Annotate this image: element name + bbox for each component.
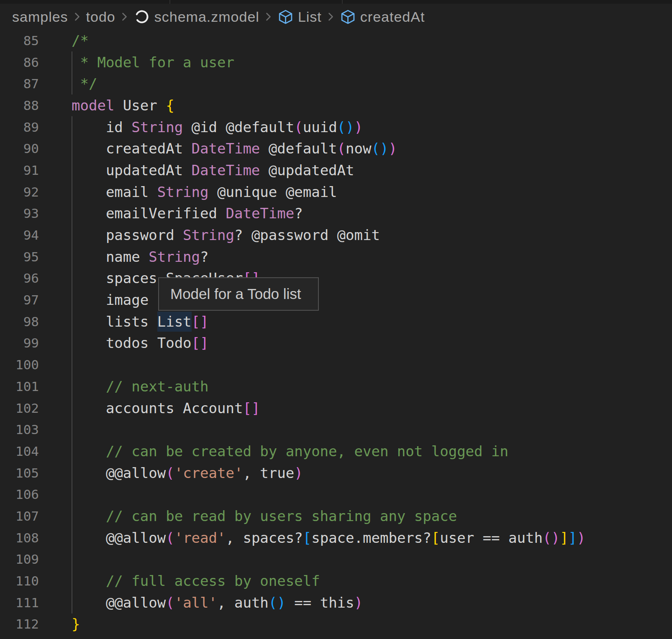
code-line-104[interactable]: 104 // can be created by anyone, even no… <box>0 440 672 462</box>
code-line-95[interactable]: 95 name String? <box>0 246 672 268</box>
code-token: // next-auth <box>72 378 209 395</box>
editor-window: samplestodoschema.zmodelListcreatedAt 85… <box>0 0 672 639</box>
code-line-100[interactable]: 100 <box>0 354 672 376</box>
code-token: 'create' <box>174 465 243 481</box>
symbol-cube-icon <box>277 9 294 25</box>
code-line-94[interactable]: 94 password String? @password @omit <box>0 224 672 246</box>
code-token: ) <box>388 140 397 157</box>
code-token: ( <box>166 594 174 611</box>
code-token: String <box>131 119 183 135</box>
code-line-88[interactable]: 88model User { <box>0 95 672 116</box>
tab-separator <box>342 0 343 4</box>
code-text: todos Todo[] <box>72 332 209 354</box>
breadcrumb-item-todo[interactable]: todo <box>86 9 115 25</box>
code-token: 'all' <box>174 594 217 611</box>
code-line-90[interactable]: 90 createdAt DateTime @default(now()) <box>0 138 672 159</box>
breadcrumb-label: todo <box>86 9 115 25</box>
code-token: space.members? <box>311 529 431 546</box>
code-token: String <box>157 184 209 200</box>
code-token: image <box>72 291 149 308</box>
code-token: name <box>72 248 149 265</box>
code-token: ) <box>551 529 559 546</box>
code-text: @@allow('create', true) <box>72 462 303 484</box>
code-line-98[interactable]: 98 lists List[] <box>0 311 672 332</box>
indent-guide <box>72 354 72 376</box>
breadcrumb-separator <box>265 10 272 23</box>
line-number: 104 <box>0 440 39 462</box>
code-token: , true <box>243 465 294 481</box>
line-number: 110 <box>0 570 39 592</box>
code-line-106[interactable]: 106 <box>0 483 672 505</box>
line-number: 100 <box>0 354 39 376</box>
code-token: ) <box>294 465 303 481</box>
code-token: updatedAt <box>72 162 192 179</box>
line-number: 105 <box>0 462 39 484</box>
code-line-105[interactable]: 105 @@allow('create', true) <box>0 462 672 484</box>
line-number: 101 <box>0 376 39 397</box>
code-token: ( <box>166 529 174 546</box>
code-line-87[interactable]: 87 */ <box>0 73 672 95</box>
line-number: 112 <box>0 613 39 635</box>
line-number: 85 <box>0 30 39 51</box>
breadcrumb-item-list[interactable]: List <box>277 9 322 25</box>
code-line-109[interactable]: 109 <box>0 549 672 570</box>
code-text: // full access by oneself <box>72 570 320 592</box>
code-token: // full access by oneself <box>72 573 320 589</box>
breadcrumb-item-samples[interactable]: samples <box>12 9 68 25</box>
tab-separator <box>169 0 170 4</box>
code-text: // next-auth <box>72 376 209 397</box>
line-number: 103 <box>0 419 39 440</box>
code-token: DateTime <box>226 205 294 222</box>
code-text: image <box>72 289 149 311</box>
code-line-103[interactable]: 103 <box>0 419 672 440</box>
line-number: 106 <box>0 483 39 505</box>
line-number: 92 <box>0 181 39 203</box>
code-line-101[interactable]: 101 // next-auth <box>0 376 672 397</box>
symbol-cube-icon <box>340 9 356 25</box>
code-line-110[interactable]: 110 // full access by oneself <box>0 570 672 592</box>
code-token: () <box>269 594 286 611</box>
breadcrumb-separator <box>74 10 81 23</box>
code-line-97[interactable]: 97 image <box>0 289 672 311</box>
code-token: () <box>371 140 388 157</box>
line-number: 87 <box>0 73 39 95</box>
code-line-107[interactable]: 107 // can be read by users sharing any … <box>0 505 672 527</box>
line-number: 97 <box>0 289 39 311</box>
breadcrumb-item-createdat[interactable]: createdAt <box>340 9 425 25</box>
code-line-86[interactable]: 86 * Model for a user <box>0 51 672 73</box>
code-line-89[interactable]: 89 id String @id @default(uuid()) <box>0 116 672 138</box>
code-line-112[interactable]: 112} <box>0 613 672 635</box>
code-line-93[interactable]: 93 emailVerified DateTime? <box>0 203 672 225</box>
code-token: @@allow <box>72 529 166 546</box>
code-line-111[interactable]: 111 @@allow('all', auth() == this) <box>0 592 672 613</box>
code-token: 'read' <box>174 529 226 546</box>
chevron-right-icon <box>74 10 81 23</box>
code-token: email <box>72 184 157 200</box>
code-token: @updatedAt <box>260 162 354 179</box>
code-token: String <box>149 248 200 265</box>
code-line-92[interactable]: 92 email String @unique @email <box>0 181 672 203</box>
code-token: [] <box>243 400 260 417</box>
code-token: [ <box>431 529 440 546</box>
line-number: 94 <box>0 224 39 246</box>
code-line-102[interactable]: 102 accounts Account[] <box>0 397 672 419</box>
breadcrumb-item-schema-zmodel[interactable]: schema.zmodel <box>133 8 259 25</box>
line-number: 89 <box>0 116 39 138</box>
code-token: createdAt <box>72 140 192 157</box>
code-token: User <box>114 97 166 114</box>
line-number: 96 <box>0 268 39 289</box>
code-token: ] <box>568 529 577 546</box>
line-number: 93 <box>0 203 39 225</box>
code-line-85[interactable]: 85/* <box>0 30 672 51</box>
code-token: // can be created by anyone, even not lo… <box>72 443 508 460</box>
code-text: accounts Account[] <box>72 397 260 419</box>
code-text: */ <box>72 73 97 95</box>
code-line-96[interactable]: 96 spaces SpaceUser[] <box>0 268 672 289</box>
code-token: } <box>72 616 80 632</box>
hovered-symbol-list[interactable]: List <box>157 312 192 332</box>
code-line-99[interactable]: 99 todos Todo[] <box>0 332 672 354</box>
code-area[interactable]: 85/*86 * Model for a user87 */88model Us… <box>0 30 672 635</box>
code-line-91[interactable]: 91 updatedAt DateTime @updatedAt <box>0 159 672 181</box>
code-line-108[interactable]: 108 @@allow('read', spaces?[space.member… <box>0 527 672 549</box>
line-number: 90 <box>0 138 39 159</box>
